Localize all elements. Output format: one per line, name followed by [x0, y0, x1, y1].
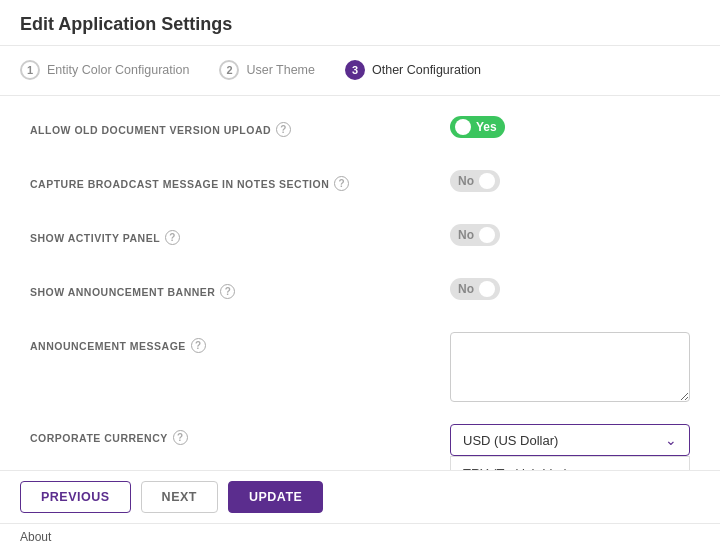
corporate-currency-control: USD (US Dollar) ⌄ TRY (Turkish Lira) FKP…	[450, 424, 690, 470]
capture-broadcast-label: CAPTURE BROADCAST MESSAGE IN NOTES SECTI…	[30, 170, 450, 191]
allow-old-doc-row: ALLOW OLD DOCUMENT VERSION UPLOAD ? Yes	[30, 116, 690, 148]
show-activity-help-icon[interactable]: ?	[165, 230, 180, 245]
show-activity-control: No	[450, 224, 500, 246]
capture-broadcast-control: No	[450, 170, 500, 192]
update-button[interactable]: UPDATE	[228, 481, 323, 513]
show-announcement-control: No	[450, 278, 500, 300]
show-announcement-help-icon[interactable]: ?	[220, 284, 235, 299]
toggle-no-text: No	[458, 174, 474, 188]
next-button[interactable]: NEXT	[141, 481, 218, 513]
tab-entity-color-label: Entity Color Configuration	[47, 63, 189, 77]
show-announcement-label: SHOW ANNOUNCEMENT BANNER ?	[30, 278, 450, 299]
footer-bar: PREVIOUS NEXT UPDATE	[0, 470, 720, 523]
about-label: About	[20, 530, 51, 544]
allow-old-doc-label: ALLOW OLD DOCUMENT VERSION UPLOAD ?	[30, 116, 450, 137]
toggle-circle-off-2	[479, 227, 495, 243]
tab-other-config-number: 3	[345, 60, 365, 80]
allow-old-doc-toggle[interactable]: Yes	[450, 116, 505, 138]
currency-select-button[interactable]: USD (US Dollar) ⌄	[450, 424, 690, 456]
tab-user-theme-number: 2	[219, 60, 239, 80]
currency-option-try[interactable]: TRY (Turkish Lira)	[451, 457, 689, 470]
show-activity-row: SHOW ACTIVITY PANEL ? No	[30, 224, 690, 256]
announcement-message-input[interactable]	[450, 332, 690, 402]
tab-other-config-label: Other Configuration	[372, 63, 481, 77]
announcement-message-help-icon[interactable]: ?	[191, 338, 206, 353]
previous-button[interactable]: PREVIOUS	[20, 481, 131, 513]
toggle-circle-off	[479, 173, 495, 189]
currency-selected-value: USD (US Dollar)	[463, 433, 558, 448]
allow-old-doc-help-icon[interactable]: ?	[276, 122, 291, 137]
show-activity-toggle[interactable]: No	[450, 224, 500, 246]
chevron-down-icon: ⌄	[665, 432, 677, 448]
corporate-currency-row: CORPORATE CURRENCY ? USD (US Dollar) ⌄ T…	[30, 424, 690, 470]
announcement-message-control	[450, 332, 690, 402]
show-announcement-row: SHOW ANNOUNCEMENT BANNER ? No	[30, 278, 690, 310]
capture-broadcast-help-icon[interactable]: ?	[334, 176, 349, 191]
corporate-currency-label: CORPORATE CURRENCY ?	[30, 424, 450, 445]
about-bar: About	[0, 523, 720, 550]
allow-old-doc-control: Yes	[450, 116, 505, 138]
tab-entity-color[interactable]: 1 Entity Color Configuration	[20, 46, 189, 96]
capture-broadcast-row: CAPTURE BROADCAST MESSAGE IN NOTES SECTI…	[30, 170, 690, 202]
show-activity-label: SHOW ACTIVITY PANEL ?	[30, 224, 450, 245]
page-title: Edit Application Settings	[20, 14, 700, 35]
toggle-yes-text: Yes	[476, 120, 497, 134]
tabs-bar: 1 Entity Color Configuration 2 User Them…	[0, 46, 720, 96]
toggle-no-text-2: No	[458, 228, 474, 242]
capture-broadcast-toggle[interactable]: No	[450, 170, 500, 192]
tab-user-theme[interactable]: 2 User Theme	[219, 46, 315, 96]
content-area: ALLOW OLD DOCUMENT VERSION UPLOAD ? Yes …	[0, 96, 720, 470]
announcement-message-row: ANNOUNCEMENT MESSAGE ?	[30, 332, 690, 402]
tab-entity-color-number: 1	[20, 60, 40, 80]
toggle-circle-off-3	[479, 281, 495, 297]
corporate-currency-help-icon[interactable]: ?	[173, 430, 188, 445]
show-announcement-toggle[interactable]: No	[450, 278, 500, 300]
currency-dropdown-wrapper: USD (US Dollar) ⌄ TRY (Turkish Lira) FKP…	[450, 424, 690, 470]
currency-dropdown-menu: TRY (Turkish Lira) FKP (Falkland Islands…	[450, 456, 690, 470]
toggle-no-text-3: No	[458, 282, 474, 296]
tab-user-theme-label: User Theme	[246, 63, 315, 77]
announcement-message-label: ANNOUNCEMENT MESSAGE ?	[30, 332, 450, 353]
tab-other-config[interactable]: 3 Other Configuration	[345, 46, 481, 96]
toggle-circle	[455, 119, 471, 135]
